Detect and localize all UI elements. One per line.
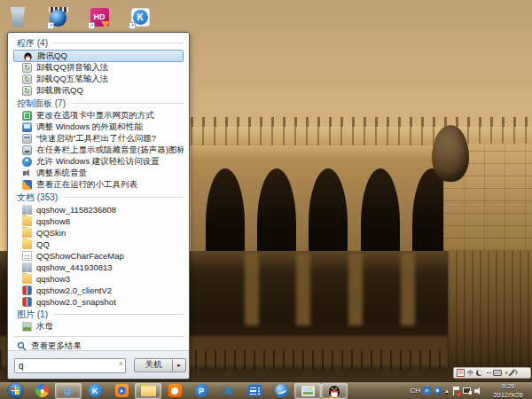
show-hidden-icons-chevron[interactable]: ▲ [444, 388, 450, 394]
add-icon[interactable]: + [505, 369, 508, 377]
start-button[interactable] [2, 383, 28, 399]
taskbar-qq-messenger-app[interactable] [321, 383, 348, 399]
picture-icon [301, 386, 315, 396]
network-icon[interactable] [463, 387, 472, 395]
fullwidth-mode-icon[interactable] [476, 370, 482, 376]
result-item-doc-5[interactable]: QQShowCharFaceMap [13, 250, 184, 262]
qq-penguin-icon [328, 384, 340, 398]
action-center-flag-icon[interactable]: × [452, 387, 460, 395]
result-item-uninstall-pinyin[interactable]: 卸载QQ拼音输入法 [13, 62, 184, 74]
taskbar-thunder-download-app[interactable] [215, 383, 241, 399]
result-item-cp-system-volume[interactable]: 调整系统音量 [13, 168, 184, 179]
result-item-uninstall-wubi[interactable]: 卸载QQ五笔输入法 [13, 74, 184, 85]
film-icon [248, 385, 262, 396]
system-tray: CH P ▲ × 9:29 2012/9/26 [410, 382, 530, 399]
shortcut-arrow-icon: ↗ [88, 22, 95, 29]
search-results: 程序 (4) 腾讯QQ 卸载QQ拼音输入法 卸载QQ五笔输入法 卸载腾讯QQ 控… [8, 33, 189, 350]
k-icon: K [89, 384, 102, 397]
see-more-results-link[interactable]: 查看更多结果 [13, 340, 184, 350]
result-label: 卸载QQ拼音输入法 [36, 62, 108, 74]
taskbar-pps-video-app[interactable]: P [188, 383, 215, 399]
section-header-control-panel[interactable]: 控制面板 (7) [13, 97, 184, 110]
wallpaper-bridge [191, 117, 532, 251]
result-item-doc-3[interactable]: QQSkin [13, 227, 184, 239]
divider [13, 336, 184, 337]
result-item-doc-1[interactable]: qqshow_1158236808 [13, 204, 184, 215]
shortcut-arrow-icon: ↗ [47, 22, 54, 29]
folder-icon [22, 239, 32, 249]
chinese-mode-icon[interactable]: 中 [467, 369, 473, 377]
section-header-documents[interactable]: 文档 (353) [13, 191, 184, 204]
taskbar-image-viewer-app[interactable] [294, 383, 321, 399]
soft-keyboard-icon[interactable] [493, 370, 502, 376]
uninstall-icon [22, 86, 32, 96]
result-item-cp-appearance[interactable]: 调整 Windows 的外观和性能 [13, 121, 184, 133]
volume-icon[interactable] [474, 387, 483, 395]
taskbar-k-music-app[interactable]: K [82, 383, 108, 399]
ime-tray-icon[interactable]: P [423, 387, 431, 395]
ime-settings-wrench-icon[interactable] [509, 370, 515, 376]
section-header-programs[interactable]: 程序 (4) [13, 36, 184, 50]
result-item-qq[interactable]: 腾讯QQ [13, 50, 184, 62]
result-label: qqshow_441930813 [36, 262, 113, 272]
taskbar-volume-icon [22, 145, 32, 155]
media-downloader-shortcut-icon[interactable]: ↗ [46, 4, 71, 30]
result-item-cp-taskbar-volume[interactable]: 在任务栏上显示或隐藏音量(扬声器)图标 [13, 145, 184, 156]
shutdown-button[interactable]: 关机 [134, 358, 173, 372]
stone-lion-statue [432, 125, 469, 182]
taskbar-browser-sphere-app[interactable] [268, 383, 294, 399]
image-icon [22, 322, 32, 332]
result-item-doc-7[interactable]: qqshow3 [13, 273, 184, 285]
result-item-doc-2[interactable]: qqshow8 [13, 215, 184, 227]
result-item-cp-quicklaunch[interactable]: “快速启动”工具栏出了什么问题? [13, 133, 184, 145]
archive-icon [22, 286, 32, 295]
punctuation-mode-icon[interactable] [485, 369, 490, 377]
result-label: qqshow_1158236808 [36, 205, 116, 215]
uninstall-icon [22, 74, 32, 84]
result-item-doc-8[interactable]: qqshow2.0_clientV2 [13, 285, 184, 296]
taskbar-antivirus-pinwheel-app[interactable] [28, 383, 55, 399]
result-item-doc-6[interactable]: qqshow_441930813 [13, 262, 184, 273]
result-label: 更改在选项卡中显示网页的方式 [36, 110, 154, 121]
result-item-doc-4[interactable]: QQ [13, 239, 184, 250]
section-header-label: 文档 (353) [17, 192, 58, 204]
shutdown-options-arrow-button[interactable]: ▸ [173, 358, 186, 372]
folder-icon [141, 386, 156, 396]
taskbar-media-player-app[interactable] [108, 383, 135, 399]
result-item-pic-jellyfish[interactable]: 水母 [13, 321, 184, 332]
result-item-cp-ease-of-access[interactable]: 允许 Windows 建议轻松访问设置 [13, 156, 184, 168]
taskbar-orange-messenger-app[interactable] [161, 383, 188, 399]
result-item-uninstall-qq[interactable]: 卸载腾讯QQ [13, 85, 184, 97]
clock-time: 9:29 [502, 382, 515, 390]
language-indicator[interactable]: CH [410, 387, 420, 395]
taskbar-windows-explorer[interactable] [135, 383, 161, 399]
search-input[interactable] [14, 358, 126, 373]
k-player-shortcut-icon[interactable]: K ↗ [128, 4, 153, 30]
section-header-label: 图片 (1) [17, 309, 48, 321]
folder-icon [22, 228, 32, 238]
taskbar-video-library-app[interactable] [241, 383, 268, 399]
ime-logo-icon[interactable]: 拼 [457, 369, 465, 377]
result-label: 在任务栏上显示或隐藏音量(扬声器)图标 [36, 145, 184, 156]
desktop: ↗ HD ↗ K ↗ 程序 (4) 腾讯QQ 卸载QQ拼音输入法 [0, 0, 532, 399]
bridge-arch [257, 168, 296, 251]
zip-icon [22, 205, 32, 215]
appearance-icon [22, 122, 32, 132]
taskbar-internet-explorer[interactable]: e [55, 383, 82, 399]
result-item-cp-gadgets[interactable]: 查看正在运行的小工具列表 [13, 179, 184, 191]
result-item-doc-9[interactable]: qqshow2.0_snapshot [13, 296, 184, 308]
recycle-bin-icon[interactable] [5, 4, 30, 30]
zip-icon [22, 262, 32, 272]
app-tray-icon[interactable] [434, 387, 442, 395]
result-label: 腾讯QQ [37, 51, 67, 62]
sphere-icon [275, 384, 288, 397]
section-header-pictures[interactable]: 图片 (1) [13, 308, 184, 321]
uninstall-icon [22, 63, 32, 73]
clear-search-icon[interactable]: × [119, 359, 123, 368]
ease-of-access-icon [22, 157, 32, 167]
taskbar-clock[interactable]: 9:29 2012/9/26 [486, 382, 530, 399]
result-item-cp-tabs[interactable]: 更改在选项卡中显示网页的方式 [13, 110, 184, 121]
desktop-icons: ↗ HD ↗ K ↗ [5, 4, 153, 30]
archive-icon [22, 297, 32, 307]
hd-video-shortcut-icon[interactable]: HD ↗ [87, 4, 112, 30]
